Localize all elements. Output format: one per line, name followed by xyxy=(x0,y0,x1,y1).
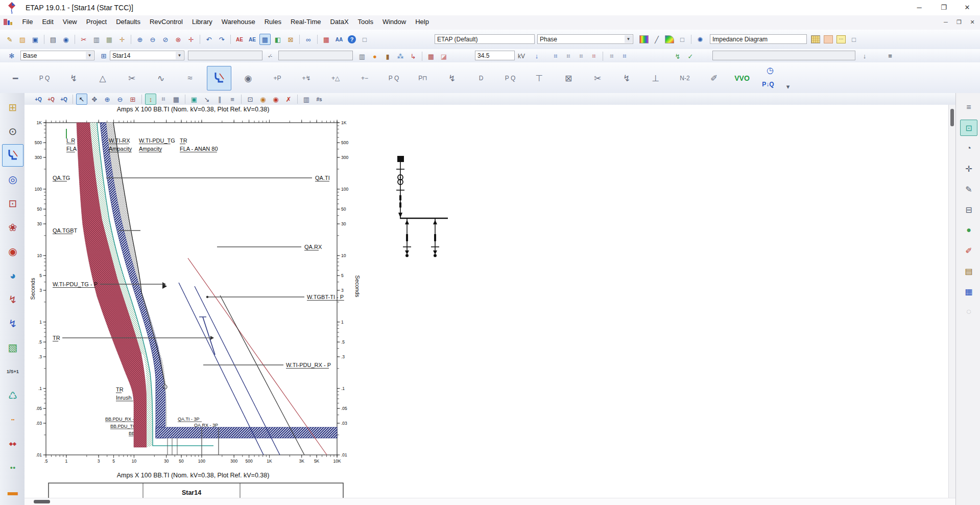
sync-columns2-icon[interactable]: ⌗ xyxy=(619,51,630,62)
transmission-line-button[interactable]: ━ xyxy=(3,66,28,90)
system-dumpster-tree-icon[interactable]: ⊞ xyxy=(2,96,23,119)
study-case-combo[interactable] xyxy=(278,51,353,60)
splice-button[interactable]: ✂ xyxy=(119,66,144,90)
vertical-scrollbar[interactable] xyxy=(948,105,955,498)
ladder-network-icon[interactable]: ⌗ xyxy=(550,51,561,62)
mdi-restore-icon[interactable]: ❐ xyxy=(953,17,965,27)
p-down-q-button[interactable]: P↓Q xyxy=(756,78,780,91)
select-cursor-icon[interactable]: ↖ xyxy=(76,94,87,105)
diagram-combo[interactable]: Impedance Diagram xyxy=(710,34,807,44)
display-mode-combo[interactable]: Phase ▼ xyxy=(537,34,633,44)
vertical-scroll-thumb[interactable] xyxy=(950,109,954,126)
cut-button[interactable]: ✂ xyxy=(585,66,610,90)
redo-icon[interactable]: ↷ xyxy=(216,34,227,45)
control-circuit-icon[interactable]: ↯ xyxy=(2,288,23,311)
menu-file[interactable]: File xyxy=(17,15,37,28)
ladder-network3-icon[interactable]: ⌗ xyxy=(576,51,587,62)
add-p-button[interactable]: +P xyxy=(265,66,290,90)
annotation-blue-icon[interactable]: AE xyxy=(247,34,258,45)
power-grid-button[interactable]: ↯ xyxy=(61,66,86,90)
datablock-grid-icon[interactable] xyxy=(810,34,821,45)
add-page-icon[interactable]: ⊡ xyxy=(245,94,256,105)
revision-combo[interactable] xyxy=(188,51,262,60)
cloud-sync-icon[interactable]: ⁂ xyxy=(395,51,406,62)
pan-icon[interactable]: ✛ xyxy=(116,34,128,45)
print-preview-icon[interactable]: ◉ xyxy=(60,34,71,45)
grid-toggle-icon[interactable]: ▦ xyxy=(259,34,271,45)
disc-relay-button[interactable]: ◉ xyxy=(236,66,260,90)
cb-group-icon[interactable]: ▪▪ xyxy=(2,408,23,431)
output-reports-icon[interactable]: ▤ xyxy=(960,263,977,279)
search-disabled-icon[interactable]: ◌ xyxy=(960,304,977,320)
menu-tools[interactable]: Tools xyxy=(353,15,378,28)
chevron-down-icon[interactable]: ▼ xyxy=(625,35,632,43)
pq-pulse-button[interactable]: P⊓ xyxy=(411,66,435,90)
pin-curve1-icon[interactable]: +Q xyxy=(33,94,44,105)
copy-plot-icon[interactable]: ▥ xyxy=(301,94,312,105)
switch-x-button[interactable]: ⊠ xyxy=(556,66,581,90)
star-sequence-viewer-icon[interactable]: ◎ xyxy=(2,168,23,191)
chevron-down-icon[interactable]: ▼ xyxy=(86,52,93,59)
save-icon[interactable]: ▣ xyxy=(30,34,41,45)
page-setup-icon[interactable]: □ xyxy=(677,34,688,45)
pause-icon[interactable]: ∥ xyxy=(214,94,225,105)
menu-defaults[interactable]: Defaults xyxy=(111,15,145,28)
zoom-window-icon[interactable]: ⊘ xyxy=(160,34,171,45)
minimize-button[interactable]: ─ xyxy=(907,0,931,15)
export-arrow-icon[interactable]: ↳ xyxy=(408,51,419,62)
arc-flash-button[interactable]: D xyxy=(469,66,493,90)
menu-view[interactable]: View xyxy=(58,15,82,28)
sketch-brush-button[interactable]: ✐ xyxy=(702,66,726,90)
schedule-icon[interactable]: ◧ xyxy=(272,34,283,45)
color-picker-icon[interactable]: ╱ xyxy=(651,34,662,45)
shift-curve-icon[interactable]: ↕ xyxy=(145,94,156,105)
control-circuit-dc-icon[interactable]: ↯ xyxy=(2,312,23,335)
grid-icon[interactable]: ▦ xyxy=(171,94,182,105)
library-folder-icon[interactable] xyxy=(823,34,834,45)
menu-warehouse[interactable]: Warehouse xyxy=(217,15,260,28)
plot-manager-icon[interactable]: ▦ xyxy=(960,283,977,300)
transfer-function-icon[interactable]: 1/S+1 xyxy=(2,360,23,383)
undo-icon[interactable]: ↶ xyxy=(203,34,214,45)
ladder-network2-icon[interactable]: ⌗ xyxy=(563,51,574,62)
vvo-button[interactable]: VVO xyxy=(728,66,756,90)
data-revision-icon[interactable]: ✻ xyxy=(6,50,17,61)
pan-hand-icon[interactable]: ✥ xyxy=(89,94,100,105)
report-icon[interactable]: □ xyxy=(848,34,859,45)
help-icon[interactable]: ? xyxy=(346,34,357,45)
n-2-button[interactable]: N-2 xyxy=(673,66,697,90)
dashboard-globe-icon[interactable]: ◕ xyxy=(2,264,23,287)
menu-window[interactable]: Window xyxy=(378,15,411,28)
pq-node-button[interactable]: P Q xyxy=(381,66,406,90)
star-tcc-view-icon[interactable] xyxy=(2,144,23,167)
capture-red-icon[interactable]: ◉ xyxy=(270,94,281,105)
annotation-icon[interactable]: ✎ xyxy=(960,181,977,197)
cut-icon[interactable]: ✂ xyxy=(78,34,89,45)
color-scale-icon[interactable] xyxy=(638,34,650,45)
menu-help[interactable]: Help xyxy=(411,15,434,28)
waveform-button[interactable]: ≈ xyxy=(178,66,202,90)
ground-button[interactable]: ⊥ xyxy=(643,66,668,90)
pq-meter-button[interactable]: P Q xyxy=(498,66,522,90)
study-list-icon[interactable]: ≡ xyxy=(885,50,896,61)
action-ball-icon[interactable]: ● xyxy=(960,222,977,238)
menu-datax[interactable]: DataX xyxy=(325,15,353,28)
oneline-diagram[interactable] xyxy=(396,156,448,257)
config-combo[interactable]: Base ▼ xyxy=(20,51,94,60)
cable-systems-icon[interactable]: ◉ xyxy=(2,240,23,263)
add-motor-button[interactable]: +△ xyxy=(323,66,348,90)
study-view-combo[interactable] xyxy=(712,51,855,60)
presentation-layers-icon[interactable]: ⊞ xyxy=(98,50,109,61)
rose-diagram-icon[interactable]: ❀ xyxy=(2,216,23,239)
maximize-button[interactable]: ❐ xyxy=(932,0,955,15)
branch-sequence-icon[interactable]: ↘ xyxy=(201,94,212,105)
pin-curve2-icon[interactable]: +Q xyxy=(45,94,57,105)
zoom-in-icon[interactable]: ⊕ xyxy=(102,94,113,105)
find-icon[interactable]: AA xyxy=(333,34,345,45)
print-icon[interactable]: ▤ xyxy=(47,34,59,45)
new-project-icon[interactable]: ✎ xyxy=(4,34,15,45)
options-gear-icon[interactable]: ✺ xyxy=(695,34,706,45)
report-page-icon[interactable]: □ xyxy=(359,34,370,45)
orange-bar-icon[interactable]: ▬ xyxy=(2,480,23,503)
motor-delta-button[interactable]: △ xyxy=(90,66,115,90)
